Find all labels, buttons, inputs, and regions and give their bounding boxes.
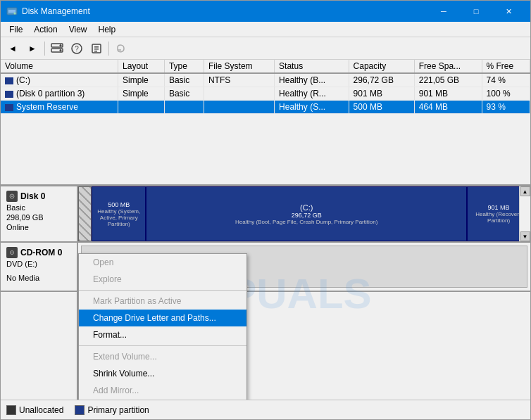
app-icon: [6, 6, 18, 17]
svg-rect-1: [8, 10, 15, 13]
main-content: Volume Layout Type File System Status Ca…: [1, 60, 530, 400]
disk-0-row: 500 MB Healthy (System, Active, Primary …: [78, 186, 530, 243]
menu-action[interactable]: Action: [28, 23, 63, 36]
unallocated-label: Unallocated: [19, 405, 63, 415]
col-pct[interactable]: % Free: [482, 60, 530, 73]
svg-point-2: [14, 13, 16, 15]
ctx-item-delete-volume[interactable]: Delete Volume...: [79, 399, 246, 400]
toolbar-separator-1: [44, 42, 45, 56]
disk-management-window: Disk Management ─ □ ✕ File Action View H…: [0, 0, 531, 420]
disk-0-icon: [6, 191, 18, 202]
table-row[interactable]: (Disk 0 partition 3)SimpleBasicHealthy (…: [1, 87, 530, 101]
unallocated-legend: Unallocated: [6, 405, 63, 415]
cell-1-0: (Disk 0 partition 3): [1, 87, 118, 101]
maximize-button[interactable]: □: [460, 1, 492, 22]
ctx-separator-6: [79, 345, 246, 346]
cdrom-0-status: No Media: [6, 274, 71, 282]
volume-table-pane: Volume Layout Type File System Status Ca…: [1, 60, 530, 186]
cell-0-0: (C:): [1, 73, 118, 87]
ctx-item-shrink-volume[interactable]: Shrink Volume...: [79, 365, 246, 382]
menu-bar: File Action View Help: [1, 22, 530, 37]
title-bar: Disk Management ─ □ ✕: [1, 1, 530, 22]
menu-help[interactable]: Help: [93, 23, 122, 36]
cell-0-6: 221,05 GB: [414, 73, 482, 87]
disk-0-type: Basic: [6, 203, 71, 212]
col-filesystem[interactable]: File System: [204, 60, 274, 73]
window-title: Disk Management: [22, 6, 427, 16]
cell-2-0: System Reserve: [1, 101, 118, 114]
undo-button[interactable]: [112, 39, 130, 58]
table-row[interactable]: (C:)SimpleBasicNTFSHealthy (B...296,72 G…: [1, 73, 530, 87]
ctx-item-extend-volume: Extend Volume...: [79, 348, 246, 365]
cell-1-6: 901 MB: [414, 87, 482, 101]
disk-0-size: 298,09 GB: [6, 213, 71, 222]
col-type[interactable]: Type: [164, 60, 204, 73]
volume-table: Volume Layout Type File System Status Ca…: [1, 60, 530, 114]
col-volume[interactable]: Volume: [1, 60, 118, 73]
disk-0-status: Online: [6, 223, 71, 231]
cell-2-2: [164, 101, 204, 114]
vertical-scrollbar[interactable]: ▲ ▼: [519, 186, 530, 241]
disk-map-pane: Disk 0 Basic 298,09 GB Online: [1, 186, 530, 400]
minimize-button[interactable]: ─: [427, 1, 460, 22]
toolbar: ◄ ► ?: [1, 37, 530, 60]
cell-1-1: Simple: [118, 87, 165, 101]
cdrom-0-icon: [6, 247, 18, 258]
cell-0-3: NTFS: [204, 73, 274, 87]
cell-2-3: [204, 101, 274, 114]
ctx-item-change-drive-letter-and-paths[interactable]: Change Drive Letter and Paths...: [79, 310, 246, 326]
svg-rect-10: [94, 46, 99, 48]
c-drive-partition[interactable]: (C:) 296,72 GB Healthy (Boot, Page File,…: [146, 186, 467, 241]
ctx-item-format[interactable]: Format...: [79, 326, 246, 343]
cell-0-4: Healthy (B...: [275, 73, 349, 87]
menu-view[interactable]: View: [63, 23, 93, 36]
cell-2-6: 464 MB: [414, 101, 482, 114]
window-controls: ─ □ ✕: [427, 1, 525, 22]
svg-point-5: [60, 44, 62, 46]
svg-text:?: ?: [75, 45, 79, 53]
disk-view-button[interactable]: [48, 39, 66, 58]
disk-0-name: Disk 0: [6, 191, 71, 202]
cell-1-4: Healthy (R...: [275, 87, 349, 101]
primary-legend-box: [75, 405, 85, 415]
disk-0-label: Disk 0 Basic 298,09 GB Online: [1, 186, 77, 243]
cell-2-7: 93 %: [482, 101, 530, 114]
svg-point-18: [11, 252, 13, 253]
primary-label: Primary partition: [87, 405, 149, 415]
help-button[interactable]: ?: [68, 39, 86, 58]
cell-0-1: Simple: [118, 73, 165, 87]
close-button[interactable]: ✕: [492, 1, 525, 22]
cdrom-0-label: CD-ROM 0 DVD (E:) No Media: [1, 243, 77, 292]
svg-point-6: [60, 49, 62, 51]
col-layout[interactable]: Layout: [118, 60, 165, 73]
ctx-item-open: Open: [79, 254, 246, 271]
cell-2-4: Healthy (S...: [275, 101, 349, 114]
disk-label-pane: Disk 0 Basic 298,09 GB Online: [1, 186, 78, 400]
status-bar: Unallocated Primary partition: [1, 400, 530, 419]
cell-1-7: 100 %: [482, 87, 530, 101]
svg-point-15: [11, 196, 13, 197]
cell-2-1: [118, 101, 165, 114]
col-capacity[interactable]: Capacity: [349, 60, 414, 73]
col-status[interactable]: Status: [275, 60, 349, 73]
forward-button[interactable]: ►: [23, 39, 42, 58]
context-menu: OpenExploreMark Partition as ActiveChang…: [78, 253, 247, 400]
svg-rect-12: [94, 51, 97, 52]
ctx-item-mark-partition-as-active: Mark Partition as Active: [79, 293, 246, 310]
back-button[interactable]: ◄: [4, 39, 22, 58]
cell-1-2: Basic: [164, 87, 204, 101]
table-row[interactable]: System ReserveHealthy (S...500 MB464 MB9…: [1, 101, 530, 114]
unallocated-partition[interactable]: [78, 186, 92, 241]
ctx-item-add-mirror: Add Mirror...: [79, 382, 246, 399]
ctx-separator-2: [79, 290, 246, 291]
cdrom-0-name: CD-ROM 0: [6, 247, 71, 258]
menu-file[interactable]: File: [4, 23, 28, 36]
col-free[interactable]: Free Spa...: [414, 60, 482, 73]
unallocated-legend-box: [6, 405, 16, 415]
properties-button[interactable]: [87, 39, 106, 58]
cell-0-2: Basic: [164, 73, 204, 87]
cdrom-0-type: DVD (E:): [6, 260, 71, 268]
cell-0-7: 74 %: [482, 73, 530, 87]
cell-0-5: 296,72 GB: [349, 73, 414, 87]
system-reserve-partition[interactable]: 500 MB Healthy (System, Active, Primary …: [92, 186, 146, 241]
